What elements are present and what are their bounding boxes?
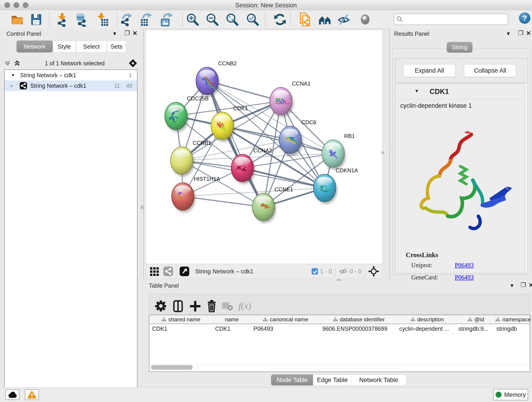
zoom-in-icon[interactable]: [185, 12, 200, 27]
network-node-ccnb2[interactable]: [196, 67, 220, 97]
clone-network-icon[interactable]: [298, 12, 312, 27]
table-cell[interactable]: 9606.ENSP00000378699: [320, 324, 397, 333]
results-scrollbar[interactable]: [525, 84, 528, 273]
birdseye-view-icon[interactable]: [180, 267, 189, 276]
expand-all-button[interactable]: Expand All: [403, 64, 456, 77]
view-grid-icon[interactable]: [150, 266, 160, 276]
scrollbar-thumb[interactable]: [151, 365, 193, 370]
refresh-view-icon[interactable]: [273, 12, 287, 27]
left-splitter-handle[interactable]: [140, 205, 144, 209]
network-node-cdc6[interactable]: [279, 126, 303, 156]
network-collection-row[interactable]: ▼ String Network – cdk1 1: [5, 70, 137, 80]
crosslink-link[interactable]: P06493: [455, 262, 474, 269]
network-row[interactable]: ● String Network – cdk1 11 48: [5, 80, 137, 91]
results-panel-close-icon[interactable]: ✕: [526, 30, 531, 36]
string-view-icon[interactable]: [163, 267, 173, 276]
export-image-icon[interactable]: [158, 12, 173, 27]
tab-network[interactable]: Network: [17, 41, 53, 52]
selected-checkbox-icon[interactable]: [311, 268, 318, 275]
network-node-hist1h1a[interactable]: [172, 183, 196, 212]
gene-header-row[interactable]: ▼ CDK1: [395, 84, 528, 99]
node-label: CCNB1: [193, 140, 211, 146]
network-node-cdk1[interactable]: [211, 112, 235, 142]
network-node-rb1[interactable]: [322, 140, 346, 170]
help-icon[interactable]: ?: [518, 12, 532, 26]
show-columns-icon[interactable]: [172, 300, 186, 314]
zoom-selected-icon[interactable]: [245, 12, 260, 27]
network-node-cdc25b[interactable]: [165, 102, 189, 132]
network-node-cdkn1a[interactable]: [313, 174, 337, 204]
expand-all-icon[interactable]: [14, 60, 21, 67]
control-panel-collapse-icon[interactable]: ▾: [113, 31, 116, 36]
memory-button[interactable]: Memory: [493, 389, 528, 400]
results-panel-collapse-icon[interactable]: ▾: [507, 31, 510, 36]
table-panel-close-icon[interactable]: ✕: [529, 282, 532, 288]
table-horizontal-scrollbar[interactable]: [150, 364, 528, 370]
import-network-from-database-icon[interactable]: [74, 12, 89, 27]
tab-network-table[interactable]: Network Table: [351, 375, 406, 385]
column-header-canonical-name[interactable]: canonical name: [251, 315, 320, 324]
zoom-fit-icon[interactable]: [225, 12, 239, 27]
save-session-icon[interactable]: [29, 12, 44, 27]
table-cell[interactable]: cyclin-dependent ...: [397, 324, 456, 333]
network-node-ccna1[interactable]: [270, 87, 293, 117]
network-options-gear-icon[interactable]: [129, 59, 137, 67]
gene-expander-icon[interactable]: ▼: [414, 89, 419, 94]
import-network-icon[interactable]: [55, 12, 70, 27]
table-gear-icon[interactable]: [154, 300, 169, 314]
collapse-all-icon[interactable]: [4, 60, 11, 67]
right-splitter[interactable]: [389, 29, 390, 279]
column-header-database-identifier[interactable]: database identifier: [320, 315, 398, 324]
network-canvas[interactable]: CCNB2CCNA1CDC25BCDK1CDC6RB1CCNB1CCNA2CDK…: [146, 30, 383, 264]
cloud-status-button[interactable]: [5, 389, 19, 400]
open-session-icon[interactable]: [10, 12, 25, 27]
tab-node-table[interactable]: Node Table: [271, 375, 313, 385]
export-network-icon[interactable]: [119, 12, 133, 27]
table-cell[interactable]: CDK1: [212, 324, 251, 333]
node-label: HIST1H1A: [194, 176, 220, 182]
table-row[interactable]: CDK1CDK1P064939606.ENSP00000378699cyclin…: [149, 324, 530, 333]
table-cell[interactable]: stringdb: [494, 324, 530, 333]
table-panel: Table Panel ▾ ❐ ✕ f(x) shared namenameca…: [146, 281, 532, 387]
table-cell[interactable]: P06493: [251, 324, 320, 333]
column-header-namespace[interactable]: namespace: [495, 315, 531, 324]
table-panel-collapse-icon[interactable]: ▾: [510, 282, 513, 288]
add-column-icon[interactable]: [189, 300, 203, 314]
network-node-ccne1[interactable]: [252, 193, 276, 223]
search-input[interactable]: [394, 13, 508, 25]
network-edge[interactable]: [207, 81, 264, 207]
column-header-name[interactable]: name: [213, 315, 251, 324]
control-panel-float-icon[interactable]: ❐: [124, 30, 130, 36]
tab-select[interactable]: Select: [76, 41, 107, 52]
column-header-shared-name[interactable]: shared name: [149, 315, 213, 324]
warnings-button[interactable]: [25, 389, 39, 400]
control-panel-close-icon[interactable]: ✕: [133, 30, 138, 36]
table-cell[interactable]: CDK1: [149, 324, 212, 333]
left-splitter[interactable]: [143, 29, 144, 279]
zoom-out-icon[interactable]: [205, 12, 220, 27]
fit-content-crosshair-icon[interactable]: [368, 266, 379, 277]
table-cell[interactable]: stringdb:9...: [456, 324, 494, 333]
tab-sets[interactable]: Sets: [107, 41, 126, 52]
node-label: CCNE1: [274, 186, 293, 192]
show-all-icon[interactable]: [358, 12, 373, 27]
column-header-description[interactable]: description: [398, 315, 457, 324]
right-splitter-collapse-handle[interactable]: [380, 150, 386, 155]
import-table-icon[interactable]: [95, 12, 109, 27]
tab-string[interactable]: String: [447, 42, 472, 52]
tab-style[interactable]: Style: [53, 41, 76, 52]
network-node-ccna2[interactable]: [231, 154, 255, 184]
collapse-all-button[interactable]: Collapse All: [464, 64, 516, 77]
column-header--id[interactable]: @id: [457, 315, 495, 324]
first-neighbors-icon[interactable]: [317, 12, 332, 27]
hide-selected-icon[interactable]: [337, 12, 351, 27]
warning-icon: [27, 390, 36, 399]
export-table-icon[interactable]: [138, 12, 153, 27]
crosslink-link[interactable]: P06493: [455, 274, 474, 281]
tab-edge-table[interactable]: Edge Table: [313, 375, 352, 385]
network-node-ccnb1[interactable]: [171, 147, 194, 177]
results-panel-float-icon[interactable]: ❐: [518, 30, 523, 36]
tree-expander-icon[interactable]: ▼: [11, 73, 15, 78]
table-panel-float-icon[interactable]: ❐: [520, 282, 526, 288]
delete-column-icon[interactable]: [205, 300, 220, 314]
